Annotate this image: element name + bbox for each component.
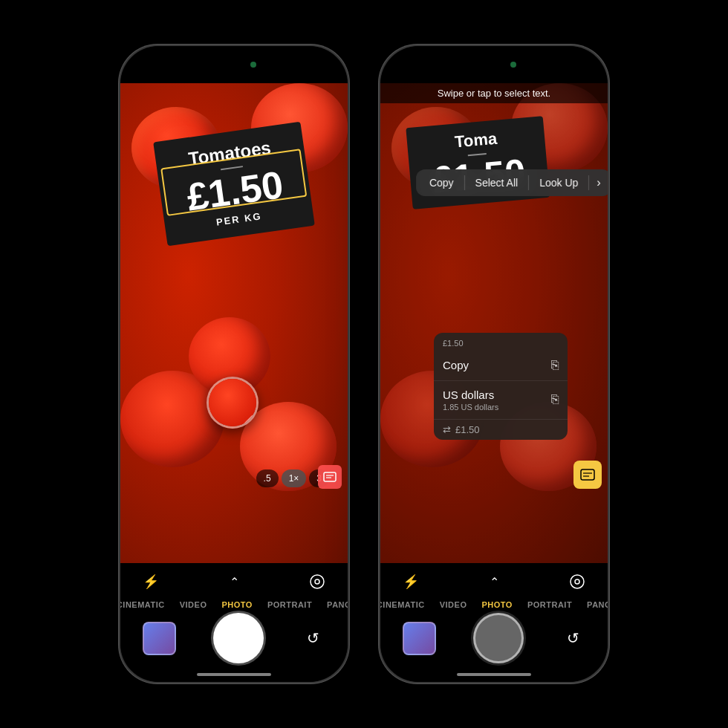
zoom-1x-btn[interactable]: 1× — [282, 469, 307, 487]
thumbnail-1[interactable] — [143, 622, 176, 655]
mode-video-2[interactable]: VIDEO — [440, 600, 467, 609]
phone-top-1 — [120, 46, 348, 83]
ctx-divider-3 — [588, 175, 589, 190]
mode-photo-2[interactable]: PHOTO — [481, 600, 512, 609]
mode-video-1[interactable]: VIDEO — [180, 600, 207, 609]
shutter-btn-1[interactable] — [213, 613, 264, 663]
chevron-control-2[interactable]: ⌃ — [482, 570, 506, 594]
swipe-hint: Swipe or tap to select text. — [380, 83, 608, 103]
flash-icon-1: ⚡ — [143, 573, 159, 590]
dropdown-panel: £1.50 Copy ⎘ US dollars 1.85 US dollars … — [434, 333, 568, 440]
svg-point-8 — [571, 575, 584, 588]
viewfinder-1: Tomatoes £1.50 PER KG .5 1× 3 — [120, 83, 348, 563]
ctx-copy-btn[interactable]: Copy — [420, 172, 463, 193]
flash-control-2[interactable]: ⚡ — [399, 570, 423, 594]
ctx-select-all-btn[interactable]: Select All — [467, 172, 527, 193]
svg-point-9 — [575, 579, 579, 584]
svg-point-3 — [311, 575, 324, 588]
top-controls-1: ⚡ ⌃ — [120, 569, 348, 594]
live-text-btn-1[interactable] — [318, 465, 342, 489]
camera-controls-2: ⚡ ⌃ CINEMATIC VIDEO PHOTO PORTRAIT PANO — [380, 563, 608, 682]
tomato-background-1: Tomatoes £1.50 PER KG .5 1× 3 — [120, 83, 348, 563]
settings-control-2[interactable] — [565, 570, 589, 594]
home-indicator-1 — [197, 673, 271, 676]
settings-icon-2 — [569, 573, 585, 590]
context-menu: Copy Select All Look Up › — [416, 169, 608, 196]
shutter-row-2: ↺ — [380, 613, 608, 663]
mode-portrait-2[interactable]: PORTRAIT — [527, 600, 572, 609]
magnifier — [207, 377, 259, 429]
phone-1: Tomatoes £1.50 PER KG .5 1× 3 — [119, 45, 349, 683]
currency-price: £1.50 — [455, 424, 480, 435]
copy-icon-2: ⎘ — [551, 392, 559, 407]
mode-pano-2[interactable]: PANO — [587, 600, 608, 609]
flash-icon-2: ⚡ — [403, 573, 419, 590]
settings-icon-1 — [309, 573, 325, 590]
rotate-btn-2[interactable]: ↺ — [560, 625, 585, 651]
dropdown-copy-item[interactable]: Copy ⎘ — [434, 351, 568, 381]
phone-top-2 — [380, 46, 608, 83]
mode-photo-1[interactable]: PHOTO — [221, 600, 252, 609]
dropdown-usd-sub: 1.85 US dollars — [443, 403, 498, 412]
dropdown-copy-label: Copy — [443, 359, 469, 371]
top-controls-2: ⚡ ⌃ — [380, 569, 608, 594]
price-sign-1: Tomatoes £1.50 PER KG — [153, 121, 315, 245]
copy-icon: ⎘ — [551, 358, 559, 373]
rotate-btn-1[interactable]: ↺ — [300, 625, 325, 651]
mode-portrait-1[interactable]: PORTRAIT — [267, 600, 312, 609]
dropdown-usd-label: US dollars — [443, 389, 498, 401]
svg-point-4 — [315, 579, 319, 584]
shutter-row-1: ↺ — [120, 613, 348, 663]
front-camera-dot-2 — [510, 62, 516, 68]
mode-cinematic-2[interactable]: CINEMATIC — [380, 600, 425, 609]
mode-bar-2: CINEMATIC VIDEO PHOTO PORTRAIT PANO — [380, 600, 608, 609]
zoom-05-btn[interactable]: .5 — [256, 469, 279, 487]
dropdown-currency-btn[interactable]: ⇄ £1.50 — [434, 420, 568, 440]
tomato-background-2: Swipe or tap to select text. Toma £1.50 … — [380, 83, 608, 563]
flash-control-1[interactable]: ⚡ — [139, 570, 163, 594]
mode-bar-1: CINEMATIC VIDEO PHOTO PORTRAIT PANO — [120, 600, 348, 609]
thumbnail-2[interactable] — [403, 622, 436, 655]
front-camera-dot-1 — [250, 62, 256, 68]
mode-cinematic-1[interactable]: CINEMATIC — [120, 600, 165, 609]
svg-rect-5 — [581, 469, 594, 480]
shutter-btn-2[interactable] — [473, 613, 524, 663]
dropdown-usd-item[interactable]: US dollars 1.85 US dollars ⎘ — [434, 381, 568, 420]
settings-control-1[interactable] — [305, 570, 329, 594]
chevron-icon-2: ⌃ — [490, 575, 499, 589]
chevron-control-1[interactable]: ⌃ — [222, 570, 246, 594]
ctx-look-up-btn[interactable]: Look Up — [530, 172, 587, 193]
dynamic-island-1 — [197, 54, 271, 75]
camera-controls-1: ⚡ ⌃ CINEMATIC VIDEO PHOTO PORTRAIT PANO — [120, 563, 348, 682]
svg-rect-0 — [324, 472, 336, 481]
ctx-more-btn[interactable]: › — [591, 173, 606, 192]
home-indicator-2 — [457, 673, 531, 676]
dropdown-header: £1.50 — [434, 333, 568, 351]
ctx-divider-1 — [464, 175, 465, 190]
currency-symbol: ⇄ — [443, 424, 451, 435]
ctx-divider-2 — [528, 175, 529, 190]
chevron-icon-1: ⌃ — [230, 575, 239, 589]
phone-2: Swipe or tap to select text. Toma £1.50 … — [379, 45, 609, 683]
live-text-btn-2[interactable] — [573, 461, 602, 489]
mode-pano-1[interactable]: PANO — [327, 600, 348, 609]
viewfinder-2: Swipe or tap to select text. Toma £1.50 … — [380, 83, 608, 563]
dynamic-island-2 — [457, 54, 531, 75]
